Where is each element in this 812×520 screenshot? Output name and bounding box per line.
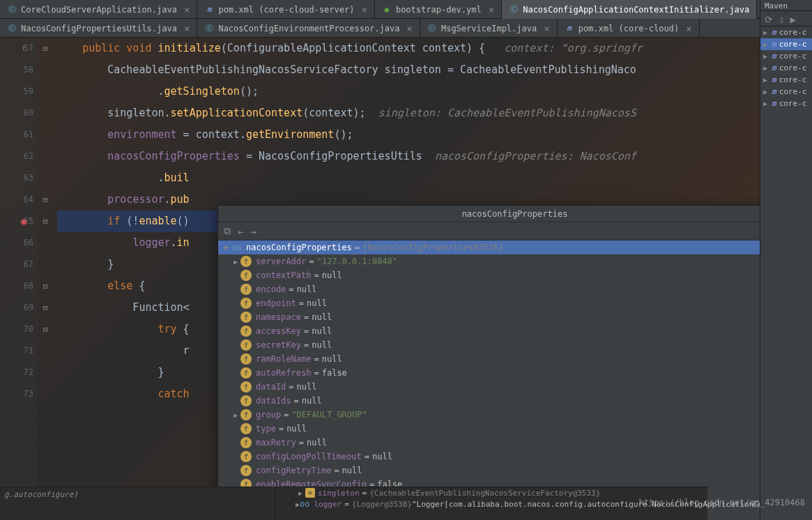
- field-name: namespace: [256, 312, 301, 322]
- maven-module-item[interactable]: ▶mcore-c: [760, 86, 812, 98]
- tree-field-row[interactable]: framRoleName=null: [218, 352, 760, 366]
- tree-field-row[interactable]: fconfigRetryTime=null: [218, 464, 760, 477]
- maven-icon: m: [204, 5, 214, 15]
- back-icon[interactable]: ←: [238, 226, 243, 237]
- tree-field-row[interactable]: ▶fserverAddr="127.0.0.1:8848": [218, 254, 760, 268]
- tree-field-row[interactable]: fcontextPath=null: [218, 268, 760, 282]
- field-icon: f: [240, 256, 252, 267]
- close-icon[interactable]: ×: [184, 4, 190, 15]
- code-line[interactable]: CacheableEventPublishingNacosServiceFact…: [57, 59, 760, 81]
- chevron-right-icon[interactable]: ▶: [296, 489, 305, 497]
- tree-field-row[interactable]: fencode=null: [218, 282, 760, 296]
- field-value: null: [286, 424, 307, 434]
- field-value: false: [322, 368, 347, 378]
- field-name: dataId: [256, 382, 286, 392]
- code-line[interactable]: public void initialize(ConfigurableAppli…: [57, 38, 760, 59]
- fold-icon[interactable]: ⊟: [38, 44, 48, 53]
- fold-icon[interactable]: ⊟: [38, 217, 48, 226]
- collapse-icon[interactable]: ⧉: [224, 225, 231, 237]
- close-icon[interactable]: ×: [407, 23, 413, 34]
- editor-tab[interactable]: ⓒCoreCloudServerApplication.java×: [0, 0, 197, 19]
- editor-tab[interactable]: mpom.xml (core-cloud)×: [558, 19, 700, 38]
- field-icon: f: [240, 437, 252, 448]
- maven-icon: m: [772, 28, 776, 37]
- var-name: nacosConfigProperties: [246, 243, 352, 252]
- code-line[interactable]: singleton.setApplicationContext(context)…: [57, 102, 760, 124]
- fold-icon[interactable]: ⊟: [38, 195, 48, 204]
- field-icon: f: [240, 326, 252, 337]
- code-line[interactable]: nacosConfigProperties = NacosConfigPrope…: [57, 146, 760, 167]
- download-icon[interactable]: ⇩: [779, 14, 784, 23]
- field-name: group: [256, 410, 281, 420]
- tree-field-row[interactable]: ▶fgroup="DEFAULT_GROUP": [218, 408, 760, 422]
- maven-module-item[interactable]: ▶mcore-c: [760, 74, 812, 86]
- tree-field-row[interactable]: fdataIds=null: [218, 394, 760, 408]
- editor-tab[interactable]: ⓒMsgServiceImpl.java×: [420, 19, 558, 38]
- fold-icon[interactable]: ⊟: [38, 303, 48, 312]
- code-line[interactable]: .buil: [57, 167, 760, 189]
- field-name: accessKey: [256, 326, 301, 336]
- field-name: contextPath: [256, 270, 311, 280]
- field-name: autoRefresh: [256, 368, 311, 378]
- run-icon[interactable]: ▶: [790, 14, 795, 23]
- field-icon: f: [240, 298, 252, 309]
- field-icon: f: [240, 409, 252, 420]
- field-value: null: [372, 452, 392, 461]
- editor-tab[interactable]: ⓒNacosConfigEnvironmentProcessor.java×: [197, 19, 420, 38]
- chevron-right-icon: ▶: [763, 76, 769, 84]
- close-icon[interactable]: ×: [544, 23, 549, 34]
- tree-field-row[interactable]: fsecretKey=null: [218, 338, 760, 352]
- maven-icon: m: [565, 24, 574, 33]
- module-label: core-c: [779, 28, 807, 37]
- tab-label: pom.xml (core-cloud): [579, 24, 680, 33]
- close-icon[interactable]: ×: [361, 4, 367, 15]
- tree-field-row[interactable]: fendpoint=null: [218, 296, 760, 310]
- chevron-down-icon[interactable]: ▼: [221, 244, 231, 252]
- tree-field-row[interactable]: fmaxRetry=null: [218, 436, 760, 450]
- editor-tab[interactable]: mpom.xml (core-cloud-server)×: [197, 0, 375, 19]
- tree-field-row[interactable]: fautoRefresh=false: [218, 366, 760, 380]
- field-name: maxRetry: [256, 438, 296, 448]
- popup-tree[interactable]: ▼oonacosConfigProperties={NacosConfigPro…: [218, 240, 760, 520]
- popup-toolbar: ⧉ ← →: [218, 222, 760, 240]
- field-value: null: [307, 438, 327, 448]
- maven-module-item[interactable]: ▶mcore-c: [760, 62, 812, 74]
- tree-field-row[interactable]: faccessKey=null: [218, 324, 760, 338]
- editor-tab[interactable]: ⓒNacosConfigPropertiesUtils.java×: [0, 19, 197, 38]
- chevron-right-icon: ▶: [763, 52, 769, 60]
- tree-root[interactable]: ▼oonacosConfigProperties={NacosConfigPro…: [218, 240, 760, 254]
- field-value: null: [307, 298, 327, 308]
- tab-label: NacosConfigPropertiesUtils.java: [21, 24, 177, 33]
- fold-icon[interactable]: ⊟: [38, 282, 48, 291]
- close-icon[interactable]: ×: [686, 23, 691, 34]
- var-value: {Logger@3538}: [352, 500, 412, 509]
- maven-module-item[interactable]: ▶mcore-c: [760, 26, 812, 38]
- tree-field-row[interactable]: fconfigLongPollTimeout=null: [218, 450, 760, 464]
- yml-icon: ◉: [382, 5, 392, 15]
- field-value: null: [312, 312, 332, 322]
- close-icon[interactable]: ×: [489, 4, 494, 15]
- chevron-right-icon[interactable]: ▶: [231, 258, 240, 266]
- tab-label: CoreCloudServerApplication.java: [21, 5, 177, 15]
- field-icon: f: [240, 312, 252, 323]
- debug-var-row[interactable]: ▶≡singleton={CacheableEventPublishingNac…: [293, 487, 707, 498]
- tree-field-row[interactable]: fnamespace=null: [218, 310, 760, 324]
- code-line[interactable]: .getSingleton();: [57, 81, 760, 102]
- chevron-right-icon[interactable]: ▶: [231, 411, 240, 419]
- forward-icon[interactable]: →: [250, 226, 256, 237]
- tree-field-row[interactable]: fdataId=null: [218, 380, 760, 394]
- fold-icon[interactable]: ⊟: [38, 325, 48, 334]
- maven-module-item[interactable]: ▶mcore-c: [760, 98, 812, 109]
- maven-module-item[interactable]: ▶mcore-c: [760, 38, 812, 50]
- code-line[interactable]: environment = context.getEnvironment();: [57, 124, 760, 146]
- refresh-icon[interactable]: ⟳: [765, 14, 773, 23]
- maven-title: Maven: [760, 0, 812, 11]
- editor-tab[interactable]: ⓒNacosConfigApplicationContextInitialize…: [502, 0, 757, 19]
- editor-tab[interactable]: ◉bootstrap-dev.yml×: [375, 0, 502, 19]
- field-icon: f: [240, 451, 252, 462]
- maven-module-item[interactable]: ▶mcore-c: [760, 50, 812, 62]
- tab-label: bootstrap-dev.yml: [396, 5, 482, 15]
- maven-icon: m: [772, 75, 776, 84]
- close-icon[interactable]: ×: [184, 23, 190, 34]
- tree-field-row[interactable]: ftype=null: [218, 422, 760, 436]
